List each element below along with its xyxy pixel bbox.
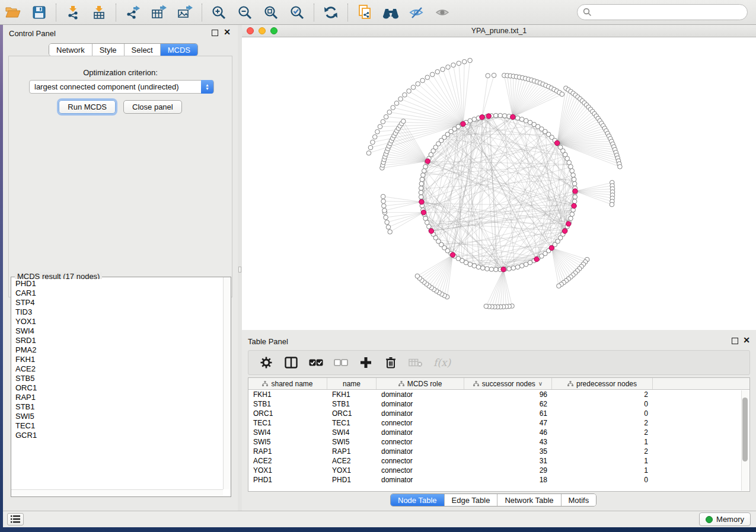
- tab-select[interactable]: Select: [125, 44, 161, 56]
- mcds-result-item[interactable]: RAP1: [12, 393, 222, 402]
- refresh-icon[interactable]: [321, 4, 341, 21]
- column-header-name[interactable]: name: [327, 378, 377, 389]
- mcds-result-item[interactable]: STB1: [12, 402, 222, 412]
- mcds-result-item[interactable]: CAR1: [12, 289, 222, 298]
- column-type-icon: [262, 381, 268, 386]
- search-input[interactable]: [595, 7, 747, 18]
- tab-node-table[interactable]: Node Table: [391, 494, 445, 506]
- column-header-shared-name[interactable]: shared name: [248, 378, 327, 389]
- panel-splitter[interactable]: [238, 25, 242, 511]
- split-panel-icon[interactable]: [284, 355, 298, 370]
- network-canvas[interactable]: [242, 37, 756, 330]
- zoom-selected-icon[interactable]: [287, 4, 307, 21]
- tab-style[interactable]: Style: [92, 44, 125, 56]
- float-panel-icon[interactable]: [212, 30, 218, 36]
- export-image-icon[interactable]: [175, 4, 195, 21]
- search-binoculars-icon[interactable]: [381, 4, 401, 21]
- select-all-icon[interactable]: [309, 355, 323, 370]
- deselect-all-icon[interactable]: [334, 355, 348, 370]
- sort-descending-icon: ∨: [538, 380, 543, 387]
- export-table-icon[interactable]: [149, 4, 169, 21]
- column-header-filler: [653, 378, 749, 389]
- import-table-icon[interactable]: [89, 4, 109, 21]
- memory-status-icon: [706, 516, 713, 523]
- column-type-icon: [473, 381, 479, 386]
- open-file-icon[interactable]: [3, 4, 23, 21]
- tab-network[interactable]: Network: [49, 44, 92, 56]
- table-cell: connector: [377, 418, 464, 428]
- zoom-out-icon[interactable]: [235, 4, 255, 21]
- table-row[interactable]: ACE2ACE2connector311: [248, 456, 749, 466]
- criterion-dropdown-value: largest connected component (undirected): [34, 82, 179, 91]
- mcds-result-item[interactable]: YOX1: [12, 317, 222, 326]
- memory-button[interactable]: Memory: [699, 512, 751, 526]
- close-table-panel-icon[interactable]: ✕: [743, 335, 750, 345]
- add-column-icon[interactable]: [359, 355, 373, 370]
- table-cell: connector: [377, 466, 464, 475]
- mcds-result-item[interactable]: TID3: [12, 307, 222, 317]
- toolbar-separator: [347, 4, 348, 21]
- export-network-icon[interactable]: [123, 4, 143, 21]
- mcds-result-item[interactable]: STP4: [12, 298, 222, 307]
- table-row[interactable]: ORC1ORC1dominator610: [248, 409, 749, 418]
- table-vscrollbar-thumb[interactable]: [742, 398, 748, 462]
- gear-icon[interactable]: [259, 355, 273, 370]
- criterion-dropdown[interactable]: largest connected component (undirected)…: [29, 80, 214, 94]
- mcds-result-item[interactable]: ORC1: [12, 383, 222, 393]
- table-cell: ORC1: [327, 409, 377, 418]
- table-cell: 2: [552, 390, 653, 399]
- table-row[interactable]: TEC1TEC1connector472: [248, 418, 749, 428]
- table-row[interactable]: FKH1FKH1dominator962: [248, 390, 749, 399]
- table-cell: 43: [464, 437, 552, 447]
- mcds-result-groupbox: MCDS result (17 nodes) PHD1CAR1STP4TID3Y…: [11, 277, 231, 497]
- save-session-icon[interactable]: [29, 4, 49, 21]
- tab-motifs[interactable]: Motifs: [562, 494, 596, 506]
- network-graph[interactable]: [242, 37, 756, 330]
- table-row[interactable]: RAP1RAP1dominator352: [248, 447, 749, 456]
- mcds-result-item[interactable]: PMA2: [12, 345, 222, 355]
- mcds-result-item[interactable]: SRD1: [12, 336, 222, 345]
- table-row[interactable]: SWI4SWI4dominator462: [248, 428, 749, 437]
- mcds-result-item[interactable]: GCR1: [12, 431, 222, 440]
- memory-label: Memory: [716, 515, 744, 524]
- float-table-panel-icon[interactable]: [732, 338, 738, 344]
- table-row[interactable]: YOX1YOX1connector291: [248, 466, 749, 475]
- tab-edge-table[interactable]: Edge Table: [445, 494, 498, 506]
- table-row[interactable]: STB1STB1dominator620: [248, 399, 749, 409]
- zoom-fit-icon[interactable]: [261, 4, 281, 21]
- delete-icon[interactable]: [384, 355, 398, 370]
- close-panel-button[interactable]: Close panel: [123, 100, 182, 114]
- mcds-result-item[interactable]: ACE2: [12, 364, 222, 374]
- splitter-grip[interactable]: [238, 267, 241, 273]
- hide-graphics-icon[interactable]: [407, 4, 427, 21]
- table-cell: FKH1: [327, 390, 377, 399]
- table-cell: 35: [464, 447, 552, 456]
- import-network-icon[interactable]: [63, 4, 83, 21]
- table-tabs: Node Table Edge Table Network Table Moti…: [390, 493, 596, 507]
- mcds-result-item[interactable]: SWI4: [12, 326, 222, 336]
- run-mcds-button[interactable]: Run MCDS: [59, 100, 116, 114]
- mcds-result-list: PHD1CAR1STP4TID3YOX1SWI4SRD1PMA2FKH1ACE2…: [12, 279, 222, 489]
- clone-network-icon[interactable]: [355, 4, 375, 21]
- column-header-mcds-role[interactable]: MCDS role: [377, 378, 464, 389]
- mcds-result-item[interactable]: PHD1: [12, 279, 222, 289]
- mcds-result-item[interactable]: TEC1: [12, 421, 222, 431]
- close-panel-icon[interactable]: ✕: [224, 27, 231, 37]
- table-row[interactable]: SWI5SWI5connector431: [248, 437, 749, 447]
- zoom-in-icon[interactable]: [209, 4, 229, 21]
- task-history-button[interactable]: [7, 513, 24, 525]
- table-vscrollbar[interactable]: [741, 390, 749, 491]
- table-cell: RAP1: [327, 447, 377, 456]
- table-cell: dominator: [377, 475, 464, 485]
- tab-network-table[interactable]: Network Table: [497, 494, 561, 506]
- mcds-result-item[interactable]: STB5: [12, 374, 222, 383]
- mcds-result-item[interactable]: FKH1: [12, 355, 222, 364]
- show-graphics-icon[interactable]: [433, 4, 453, 21]
- mcds-list-hscrollbar[interactable]: [11, 489, 223, 496]
- tab-mcds[interactable]: MCDS: [161, 44, 197, 56]
- column-header-predecessor-nodes[interactable]: predecessor nodes: [552, 378, 653, 389]
- mcds-result-item[interactable]: SWI5: [12, 412, 222, 421]
- column-header-successor-nodes[interactable]: successor nodes ∨: [464, 378, 552, 389]
- mcds-list-vscrollbar[interactable]: [223, 277, 231, 489]
- table-row[interactable]: PHD1PHD1dominator180: [248, 475, 749, 485]
